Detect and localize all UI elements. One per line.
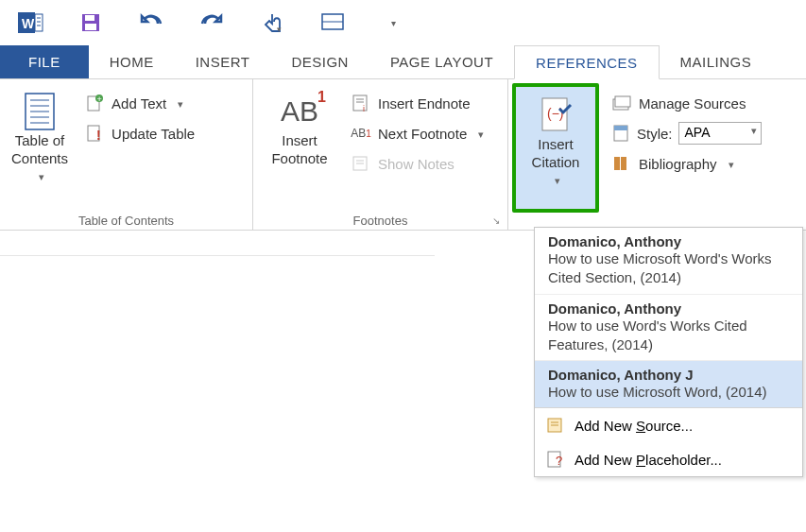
toc-icon [19,91,60,132]
tab-insert[interactable]: INSERT [175,45,271,78]
style-value: APA [685,125,711,140]
add-new-placeholder-label: Add New Placeholder... [574,452,722,468]
svg-text:+: + [97,94,102,104]
add-new-source-button[interactable]: Add New Source... [535,408,802,442]
ab-glyph: AB [281,95,318,128]
insert-footnote-label: Insert Footnote [271,132,327,168]
bibliography-icon [612,154,631,173]
svg-rect-8 [85,24,96,30]
svg-text:!: ! [96,128,101,143]
svg-rect-36 [614,126,627,130]
add-new-placeholder-button[interactable]: ? Add New Placeholder... [535,442,802,476]
document-area[interactable] [0,255,435,532]
style-select[interactable]: APA [678,122,762,145]
super-1: 1 [317,89,326,106]
update-table-icon: ! [85,124,104,143]
insert-citation-label: Insert Citation [532,136,580,172]
manage-sources-label: Manage Sources [639,95,746,112]
manage-sources-button[interactable]: Manage Sources [607,89,767,117]
tab-mailings[interactable]: MAILINGS [660,45,773,78]
citation-item[interactable]: Domanico, Anthony JHow to use Microsoft … [535,361,802,407]
bibliography-label: Bibliography [639,156,717,172]
add-new-source-label: Add New Source... [574,418,693,434]
redo-icon[interactable] [198,9,225,36]
show-notes-button: Show Notes [346,149,489,178]
insert-endnote-label: Insert Endnote [378,95,471,112]
insert-citation-menu: Domanico, AnthonyHow to use Microsoft Wo… [534,227,803,477]
group-label-footnotes: Footnotes ↘ [257,210,504,230]
customize-qat-icon[interactable]: ▾ [380,9,406,36]
chevron-down-icon [551,172,560,187]
update-table-button[interactable]: ! Update Table [79,119,200,147]
insert-endnote-button[interactable]: i Insert Endnote [346,89,489,117]
chevron-down-icon [174,95,183,111]
citation-icon: (−) [535,94,576,136]
group-citations: (−) Insert Citation Manage Sources Style… [508,79,806,230]
next-footnote-button[interactable]: AB1 Next Footnote [346,119,489,147]
svg-text:?: ? [556,454,562,468]
footnotes-label-text: Footnotes [353,214,408,228]
chevron-down-icon [35,168,44,183]
citation-item[interactable]: Domanico, AnthonyHow to use Word's Works… [535,295,802,362]
svg-text:▾: ▾ [277,25,282,34]
word-icon: W [17,9,43,36]
tab-file[interactable]: FILE [0,45,89,78]
style-row: Style: APA [607,119,767,147]
svg-text:(−): (−) [547,106,564,121]
ribbon-tabs: FILE HOME INSERT DESIGN PAGE LAYOUT REFE… [0,45,806,79]
group-table-of-contents: Table of Contents + Add Text ! Update Ta… [0,79,253,230]
svg-rect-38 [621,157,626,170]
citation-title: How to use Microsoft Word, (2014) [548,383,789,402]
svg-rect-37 [614,157,620,170]
citation-title: How to use Microsoft Word's Works Cited … [548,249,789,288]
insert-citation-button[interactable]: (−) Insert Citation [512,83,599,213]
toc-label: Table of Contents [11,132,68,168]
update-table-label: Update Table [111,126,195,142]
chevron-down-icon [474,126,484,141]
page-width-icon[interactable]: ▾ [319,9,346,36]
ribbon: Table of Contents + Add Text ! Update Ta… [0,79,806,231]
svg-rect-34 [615,96,630,107]
svg-text:W: W [22,16,35,31]
bibliography-button[interactable]: Bibliography [607,149,767,178]
footnote-icon: AB 1 [279,91,320,132]
add-text-icon: + [85,94,104,112]
add-text-button[interactable]: + Add Text [79,89,200,117]
svg-rect-2 [35,14,43,31]
insert-footnote-button[interactable]: AB 1 Insert Footnote [257,83,342,210]
chevron-down-icon [725,156,734,171]
group-footnotes: AB 1 Insert Footnote i Insert Endnote AB… [253,79,508,230]
manage-sources-icon [612,94,631,112]
undo-icon[interactable] [138,9,164,36]
citation-author: Domanico, Anthony [548,233,789,249]
tab-design[interactable]: DESIGN [270,45,369,78]
svg-text:i: i [363,104,365,112]
dialog-launcher-icon[interactable]: ↘ [492,215,500,226]
placeholder-icon: ? [546,450,565,469]
svg-rect-7 [85,15,94,21]
citation-author: Domanico, Anthony J [548,367,789,383]
tab-page-layout[interactable]: PAGE LAYOUT [369,45,514,78]
next-footnote-icon: AB1 [352,124,370,143]
quick-access-toolbar: W ▾ ▾ ▾ [0,0,806,45]
add-text-label: Add Text [111,95,166,112]
style-icon [612,124,631,143]
citation-title: How to use Word's Works Cited Features, … [548,317,789,355]
touch-mode-icon[interactable]: ▾ [259,9,285,36]
style-label: Style: [637,126,673,142]
book-icon [546,416,565,435]
citation-item[interactable]: Domanico, AnthonyHow to use Microsoft Wo… [535,228,802,295]
tab-home[interactable]: HOME [89,45,175,78]
show-notes-icon [352,154,370,173]
endnote-icon: i [352,94,370,112]
group-label-toc: Table of Contents [4,210,249,230]
show-notes-label: Show Notes [378,156,454,172]
tab-references[interactable]: REFERENCES [514,45,660,79]
next-footnote-label: Next Footnote [378,126,467,142]
citation-author: Domanico, Anthony [548,300,789,317]
table-of-contents-button[interactable]: Table of Contents [4,83,76,210]
save-icon[interactable] [77,9,104,36]
